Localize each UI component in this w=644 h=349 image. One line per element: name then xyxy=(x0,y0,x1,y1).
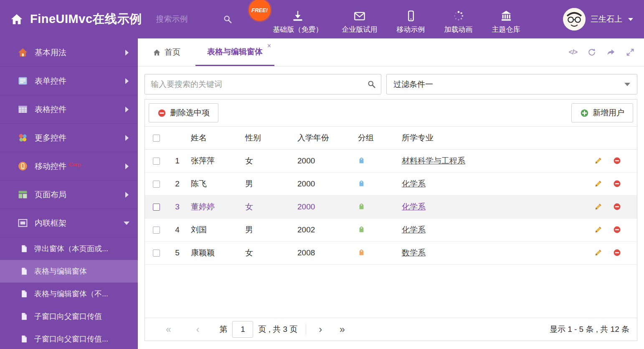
table-row[interactable]: 4 刘国 男 2002 化学系 xyxy=(145,219,637,242)
forward-icon[interactable] xyxy=(606,48,616,57)
table-row[interactable]: 2 陈飞 男 2000 化学系 xyxy=(145,173,637,196)
free-badge: FREE! xyxy=(249,0,271,21)
delete-row-icon[interactable] xyxy=(613,203,621,211)
nav-loading-anim[interactable]: 加载动画 xyxy=(444,4,473,34)
table-row-selected[interactable]: 3 董婷婷 女 2000 化学系 xyxy=(145,196,637,219)
column-header-name[interactable]: 姓名 xyxy=(187,132,241,143)
row-index: 3 xyxy=(168,202,187,211)
edit-icon[interactable] xyxy=(594,157,602,166)
avatar xyxy=(563,8,586,31)
row-checkbox[interactable] xyxy=(153,181,160,188)
row-index: 2 xyxy=(168,179,187,189)
sidebar-item-iframe[interactable]: 内联框架 xyxy=(0,209,138,237)
major-link[interactable]: 化学系 xyxy=(402,202,426,211)
edit-icon[interactable] xyxy=(594,226,602,234)
sidebar-subitem-popup-window[interactable]: 弹出窗体（本页面或... xyxy=(0,237,138,260)
record-summary: 显示 1 - 5 条 , 共 12 条 xyxy=(550,324,629,335)
sidebar-item-form-controls[interactable]: 表单控件 xyxy=(0,67,138,95)
main-content: 首页 表格与编辑窗体 × </> 过滤条件一 xyxy=(138,38,644,349)
search-icon[interactable] xyxy=(367,80,376,89)
edit-icon[interactable] xyxy=(594,249,602,257)
nav-mobile-demo[interactable]: 移动示例 xyxy=(397,4,425,34)
column-header-group[interactable]: 分组 xyxy=(354,132,398,143)
add-user-button[interactable]: 新增用户 xyxy=(571,103,633,122)
next-page-button[interactable]: › xyxy=(314,325,326,334)
column-header-major[interactable]: 所学专业 xyxy=(398,132,590,143)
cell-year: 2000 xyxy=(293,179,354,189)
tab-label: 表格与编辑窗体 xyxy=(207,46,263,57)
tag-icon xyxy=(358,204,365,211)
nav-label: 基础版（免费） xyxy=(273,25,323,34)
sidebar-subitem-grid-edit-window-2[interactable]: 表格与编辑窗体（不... xyxy=(0,283,138,305)
delete-row-icon[interactable] xyxy=(613,226,621,234)
tag-icon xyxy=(358,250,365,257)
sidebar-subitem-child-to-parent-2[interactable]: 子窗口向父窗口传值... xyxy=(0,328,138,349)
select-all-checkbox[interactable] xyxy=(153,135,160,142)
chevron-right-icon xyxy=(125,163,129,169)
sidebar-item-basic-usage[interactable]: 基本用法 xyxy=(0,38,138,67)
major-link[interactable]: 化学系 xyxy=(402,225,426,234)
nav-theme-repo[interactable]: 主题仓库 xyxy=(492,4,520,34)
table-icon xyxy=(18,104,28,115)
cell-year: 2008 xyxy=(293,248,354,257)
file-icon xyxy=(20,290,28,298)
grid-toolbar: 删除选中项 新增用户 xyxy=(145,99,637,126)
pagination-bar: « ‹ 第 页 , 共 3 页 › » 显示 1 - 5 条 , 共 12 条 xyxy=(145,318,637,341)
header-search-input[interactable] xyxy=(156,15,223,24)
sidebar-item-page-layout[interactable]: 页面布局 xyxy=(0,181,138,209)
delete-row-icon[interactable] xyxy=(613,180,621,189)
keyword-search-input[interactable] xyxy=(145,74,381,94)
column-header-gender[interactable]: 性别 xyxy=(241,132,293,143)
tab-home[interactable]: 首页 xyxy=(145,38,188,66)
delete-row-icon[interactable] xyxy=(613,249,621,257)
search-icon[interactable] xyxy=(223,15,232,24)
cell-gender: 女 xyxy=(241,247,293,258)
tab-grid-edit-window[interactable]: 表格与编辑窗体 × xyxy=(195,38,274,66)
major-link[interactable]: 材料科学与工程系 xyxy=(402,156,465,165)
last-page-button[interactable]: » xyxy=(335,325,349,334)
user-menu[interactable]: 三生石上 xyxy=(563,8,633,31)
edit-icon[interactable] xyxy=(594,180,602,189)
table-row[interactable]: 5 康颖颖 女 2008 数学系 xyxy=(145,242,637,265)
delete-selected-button[interactable]: 删除选中项 xyxy=(149,103,218,122)
row-checkbox[interactable] xyxy=(153,227,160,234)
nav-enterprise-trial[interactable]: 企业版试用 xyxy=(342,4,378,34)
home-icon[interactable] xyxy=(10,13,23,26)
file-icon xyxy=(20,312,28,321)
brand[interactable]: FineUIMvc在线示例 xyxy=(0,11,142,28)
close-icon[interactable]: × xyxy=(267,43,271,49)
sidebar-item-grid-controls[interactable]: 表格控件 xyxy=(0,95,138,124)
expand-icon[interactable] xyxy=(626,48,635,57)
row-checkbox[interactable] xyxy=(153,250,160,257)
row-checkbox[interactable] xyxy=(153,158,160,165)
frame-icon xyxy=(18,218,28,228)
cell-name: 董婷婷 xyxy=(187,201,241,212)
delete-row-icon[interactable] xyxy=(613,157,621,166)
chevron-right-icon xyxy=(125,135,129,141)
bank-icon xyxy=(500,10,512,22)
tab-label: 首页 xyxy=(165,47,180,58)
sidebar-subitem-grid-edit-window[interactable]: 表格与编辑窗体 xyxy=(0,260,138,283)
file-icon xyxy=(20,245,28,253)
sidebar-item-more-controls[interactable]: 更多控件 xyxy=(0,124,138,152)
sidebar-subitem-child-to-parent[interactable]: 子窗口向父窗口传值 xyxy=(0,305,138,328)
refresh-icon[interactable] xyxy=(587,48,596,57)
nav-label: 主题仓库 xyxy=(492,25,520,34)
envelope-icon xyxy=(354,10,365,22)
chevron-right-icon xyxy=(125,50,129,56)
source-code-icon[interactable]: </> xyxy=(569,48,577,57)
first-page-button[interactable]: « xyxy=(162,325,175,334)
column-header-year[interactable]: 入学年份 xyxy=(293,132,354,143)
filter-dropdown[interactable]: 过滤条件一 xyxy=(386,74,637,94)
table-row[interactable]: 1 张萍萍 女 2000 材料科学与工程系 xyxy=(145,150,637,173)
edit-icon[interactable] xyxy=(594,203,602,211)
major-link[interactable]: 化学系 xyxy=(402,179,426,188)
cell-year: 2000 xyxy=(293,202,354,211)
nav-basic-free[interactable]: FREE! 基础版（免费） xyxy=(273,4,323,34)
sidebar-item-mobile-controls[interactable]: 移动控件 Corp. xyxy=(0,152,138,181)
major-link[interactable]: 数学系 xyxy=(402,248,426,257)
prev-page-button[interactable]: ‹ xyxy=(192,325,204,334)
row-checkbox[interactable] xyxy=(153,204,160,211)
sidebar: 基本用法 表单控件 表格控件 更多控件 移动控件 Corp. 页面布局 xyxy=(0,38,138,349)
page-number-input[interactable] xyxy=(232,321,253,338)
